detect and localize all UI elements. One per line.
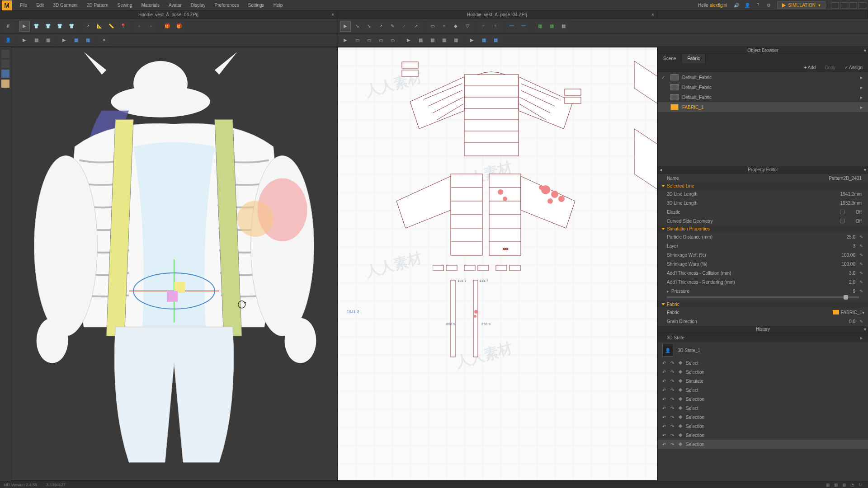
collapse-icon[interactable]: ▾ xyxy=(864,327,866,332)
select-tool-icon[interactable]: ▶ xyxy=(19,21,30,32)
2d-grid-1-icon[interactable]: ▶ xyxy=(467,35,477,46)
window-restore-icon[interactable] xyxy=(849,2,857,9)
pattern-strips[interactable] xyxy=(433,264,523,273)
trace-tool-icon[interactable]: ↗ xyxy=(410,21,421,32)
edit-icon[interactable]: ✎ xyxy=(858,280,864,285)
2d-info-4-icon[interactable]: ▦ xyxy=(439,35,449,46)
status-icon-1[interactable]: ▦ xyxy=(824,483,832,487)
pattern-piece-top[interactable] xyxy=(374,66,609,165)
avatar-view-1-icon[interactable] xyxy=(1,50,9,58)
edit-icon[interactable]: ✎ xyxy=(858,289,864,294)
pattern-piece-front[interactable]: xxx xyxy=(365,165,609,264)
sync-tool-icon[interactable]: ⇵ xyxy=(3,21,14,32)
expand-icon[interactable]: ▸ xyxy=(858,95,864,100)
menu-help[interactable]: Help xyxy=(269,0,288,11)
2d-grid-3-icon[interactable]: ▦ xyxy=(490,35,501,46)
history-item[interactable]: ↶↷Selection xyxy=(658,431,868,440)
view-tool-2-icon[interactable]: ▦ xyxy=(546,21,557,32)
garment-tool-3-icon[interactable]: 👕 xyxy=(54,21,65,32)
assign-button[interactable]: ✓ Assign xyxy=(841,65,866,70)
box-tool-2-icon[interactable]: ▫ xyxy=(146,21,156,32)
prop-value[interactable]: 2.0 xyxy=(813,280,858,285)
sewing-tool-2-icon[interactable]: 〰 xyxy=(518,21,529,32)
display-mode-3-icon[interactable]: ▦ xyxy=(42,35,53,46)
help-icon[interactable]: ? xyxy=(753,0,764,11)
avatar-view-3-icon[interactable] xyxy=(1,70,9,78)
notch-tool-icon[interactable]: ▽ xyxy=(462,21,473,32)
display-mode-1-icon[interactable]: ▶ xyxy=(19,35,30,46)
prop-value[interactable]: 3 xyxy=(813,244,858,249)
fabric-row[interactable]: Default_Fabric▸ xyxy=(658,92,868,102)
seam-tool-2-icon[interactable]: ≡ xyxy=(490,21,501,32)
window-min-icon[interactable] xyxy=(831,2,839,9)
2d-display-1-icon[interactable]: ▶ xyxy=(340,35,351,46)
section-simulation-properties[interactable]: Simulation Properties xyxy=(658,225,868,232)
edit-curve-tool-icon[interactable]: ↘ xyxy=(363,21,374,32)
display-mode-2-icon[interactable]: ▦ xyxy=(31,35,42,46)
circle-tool-icon[interactable]: ○ xyxy=(439,21,449,32)
checkbox[interactable] xyxy=(840,219,844,223)
fabric-row[interactable]: Default_Fabric▸ xyxy=(658,82,868,92)
expand-icon[interactable]: ▸ xyxy=(858,75,864,80)
sound-icon[interactable]: 🔊 xyxy=(731,0,742,11)
pressure-slider[interactable] xyxy=(667,296,859,298)
2d-display-4-icon[interactable]: ▭ xyxy=(375,35,386,46)
edit-icon[interactable]: ✎ xyxy=(858,235,864,239)
menu-preferences[interactable]: Preferences xyxy=(210,0,244,11)
garment-tool-4-icon[interactable]: 👕 xyxy=(66,21,77,32)
prop-value[interactable]: 9 xyxy=(813,289,858,294)
dart-tool-icon[interactable]: ◆ xyxy=(450,21,461,32)
collapse-icon[interactable]: ▾ xyxy=(864,167,866,172)
edit-icon[interactable]: ✎ xyxy=(858,262,864,267)
prop-value[interactable]: 3.0 xyxy=(813,271,858,276)
render-mode-2-icon[interactable]: ▦ xyxy=(71,35,81,46)
history-item[interactable]: ↶↷Selection xyxy=(658,394,868,404)
view-tool-1-icon[interactable]: ▦ xyxy=(534,21,545,32)
measure-tool-icon[interactable]: 📐 xyxy=(94,21,105,32)
status-icon-5[interactable]: ↻ xyxy=(856,483,864,487)
sim-play-icon[interactable]: 👤 xyxy=(3,35,14,46)
edit-icon[interactable]: ✎ xyxy=(858,253,864,258)
pattern-edge[interactable] xyxy=(630,56,657,201)
2d-info-2-icon[interactable]: ▦ xyxy=(415,35,426,46)
close-icon[interactable]: × xyxy=(331,12,334,17)
status-icon-3[interactable]: ▦ xyxy=(840,483,848,487)
history-item[interactable]: ↶↷Selection xyxy=(658,440,868,449)
app-logo[interactable]: M xyxy=(2,0,12,10)
tab-fabric[interactable]: Fabric xyxy=(682,54,706,63)
prop-value[interactable]: 0.0 xyxy=(813,319,858,324)
edit-point-tool-icon[interactable]: ↘ xyxy=(352,21,363,32)
history-item[interactable]: ↶↷Selection xyxy=(658,413,868,422)
viewport-3d[interactable] xyxy=(11,47,337,481)
section-selected-line[interactable]: Selected Line xyxy=(658,183,868,189)
menu-2d-pattern[interactable]: 2D Pattern xyxy=(82,0,113,11)
2d-display-2-icon[interactable]: ▭ xyxy=(352,35,363,46)
expand-icon[interactable]: ▸ xyxy=(858,105,864,110)
gift-tool-1-icon[interactable]: 🎁 xyxy=(162,21,173,32)
extra-mode-icon[interactable]: ✦ xyxy=(99,35,109,46)
edit-icon[interactable]: ✎ xyxy=(858,244,864,249)
avatar-view-4-icon[interactable] xyxy=(1,80,9,88)
menu-materials[interactable]: Materials xyxy=(137,0,164,11)
menu-file[interactable]: File xyxy=(15,0,32,11)
2d-info-5-icon[interactable]: ▦ xyxy=(450,35,461,46)
fabric-dropdown[interactable]: FABRIC_1 ▾ xyxy=(833,310,864,315)
history-item[interactable]: ↶↷Select xyxy=(658,385,868,394)
add-point-tool-icon[interactable]: ↗ xyxy=(375,21,386,32)
garment-tool-1-icon[interactable]: 👕 xyxy=(31,21,42,32)
2d-grid-2-icon[interactable]: ▦ xyxy=(478,35,489,46)
status-icon-2[interactable]: ▦ xyxy=(832,483,840,487)
window-close-icon[interactable] xyxy=(858,2,866,9)
arrow-tool-icon[interactable]: ↗ xyxy=(82,21,93,32)
close-icon[interactable]: × xyxy=(651,12,654,17)
visibility-icon[interactable]: ✓ xyxy=(661,75,667,80)
view-tool-3-icon[interactable]: ▦ xyxy=(558,21,569,32)
fabric-row[interactable]: FABRIC_1▸ xyxy=(658,102,868,112)
pattern-straps[interactable] xyxy=(446,276,500,361)
status-icon-4[interactable]: ◔ xyxy=(848,483,856,487)
prop-value[interactable]: 25.0 xyxy=(813,235,858,239)
file-tab-3d[interactable]: Hoodie_vest_A_pose_04.ZPrj× xyxy=(0,11,337,19)
pattern-cuff[interactable] xyxy=(401,61,419,79)
collapse-icon[interactable]: ◂ xyxy=(660,167,662,172)
prop-value[interactable]: Pattern2D_2401 xyxy=(819,176,864,181)
